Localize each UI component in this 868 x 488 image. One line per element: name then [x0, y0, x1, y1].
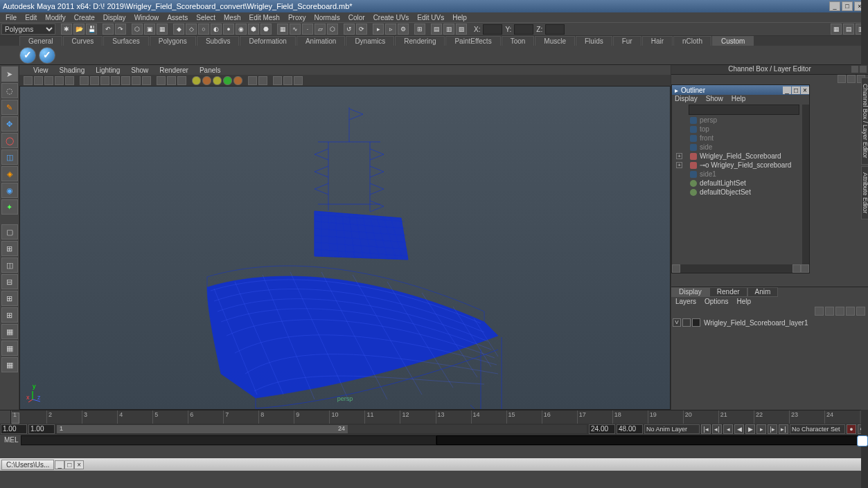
- custom-shelf-button-2[interactable]: [39, 47, 55, 64]
- menu-editmesh[interactable]: Edit Mesh: [245, 14, 283, 21]
- four-pane-icon[interactable]: ⊞: [1, 241, 18, 256]
- three-pane-2-icon[interactable]: ⊞: [1, 307, 18, 323]
- undo-icon[interactable]: ↶: [103, 24, 114, 35]
- panel-tool-icon[interactable]: [273, 76, 282, 85]
- mask-icon-5[interactable]: ●: [223, 24, 234, 35]
- layer-tab-display[interactable]: Display: [671, 287, 709, 297]
- lasso-tool-icon[interactable]: ◌: [1, 83, 18, 98]
- mode-selector[interactable]: Polygons: [1, 24, 55, 35]
- shelf-tab-curves[interactable]: Curves: [63, 36, 103, 46]
- outliner-titlebar[interactable]: ▸ Outliner _ □ ×: [672, 85, 809, 95]
- construction-icon-2[interactable]: ▥: [443, 24, 454, 35]
- shelf-tab-polygons[interactable]: Polygons: [150, 36, 196, 46]
- shelf-tab-muscle[interactable]: Muscle: [535, 36, 575, 46]
- select-object-icon[interactable]: ▣: [144, 24, 155, 35]
- taskbar-restore-icon[interactable]: □: [64, 460, 74, 469]
- shelf-tab-painteffects[interactable]: PaintEffects: [445, 36, 500, 46]
- outliner-minimize-icon[interactable]: _: [783, 87, 791, 94]
- two-pane-h-icon[interactable]: ⊟: [1, 274, 18, 289]
- panel-tool-icon[interactable]: [167, 76, 176, 85]
- taskbar-minimize-icon[interactable]: _: [55, 460, 64, 469]
- history-toggle-icon[interactable]: ⟳: [356, 24, 367, 35]
- tab-channel-box[interactable]: Channel Box / Layer Editor: [861, 78, 868, 165]
- taskbar-item[interactable]: C:\Users\Us...: [1, 460, 54, 470]
- custom-shelf-button-1[interactable]: [19, 47, 36, 64]
- layer-menu-options[interactable]: Options: [705, 298, 728, 305]
- timeline-key-icon[interactable]: [0, 410, 11, 424]
- save-scene-icon[interactable]: 💾: [86, 24, 97, 35]
- outliner-hscroll[interactable]: [672, 264, 809, 273]
- taskbar-close-icon[interactable]: ×: [74, 460, 84, 469]
- layer-tool-icon[interactable]: [815, 307, 824, 316]
- panel-tool-icon[interactable]: [24, 76, 33, 85]
- menu-file[interactable]: File: [1, 14, 21, 21]
- panel-tool-icon[interactable]: [121, 76, 130, 85]
- shelf-tab-surfaces[interactable]: Surfaces: [103, 36, 148, 46]
- panel-tool-icon[interactable]: [100, 76, 109, 85]
- menu-edituvs[interactable]: Edit UVs: [413, 14, 448, 21]
- panel-tool-icon[interactable]: [65, 76, 74, 85]
- panel-tool-icon[interactable]: [90, 76, 99, 85]
- coord-y-input[interactable]: [514, 24, 533, 35]
- layer-visibility-toggle[interactable]: V: [673, 318, 681, 327]
- range-start-inner[interactable]: 1.00: [28, 424, 55, 434]
- outliner-item-top[interactable]: top: [672, 125, 809, 134]
- mask-icon-6[interactable]: ◉: [236, 24, 247, 35]
- panel-tool-icon[interactable]: [142, 76, 151, 85]
- menu-help[interactable]: Help: [448, 14, 471, 21]
- snap-live-icon[interactable]: ⬡: [327, 24, 338, 35]
- channel-tool-icon[interactable]: [838, 75, 846, 83]
- light-icon[interactable]: [202, 76, 211, 85]
- outliner-maximize-icon[interactable]: □: [792, 87, 800, 94]
- panel-tool-icon[interactable]: [34, 76, 43, 85]
- panel-tool-icon[interactable]: [111, 76, 120, 85]
- layer-type-toggle[interactable]: [682, 318, 691, 327]
- move-tool-icon[interactable]: ✥: [1, 116, 18, 132]
- tool-settings-toggle-icon[interactable]: ▤: [843, 24, 854, 35]
- universal-manip-icon[interactable]: ◈: [1, 166, 18, 181]
- input-mode-icon[interactable]: ⊞: [414, 24, 425, 35]
- select-tool-icon[interactable]: ➤: [1, 66, 18, 82]
- minimize-button[interactable]: _: [829, 1, 840, 11]
- menu-modify[interactable]: Modify: [41, 14, 69, 21]
- layout-icon[interactable]: ▦: [1, 324, 18, 339]
- step-back-icon[interactable]: ◂|: [712, 424, 722, 434]
- rotate-tool-icon[interactable]: ◯: [1, 133, 18, 148]
- layer-tool-icon[interactable]: [825, 307, 834, 316]
- coord-z-input[interactable]: [545, 24, 565, 35]
- shelf-tab-rendering[interactable]: Rendering: [395, 36, 445, 46]
- mask-icon[interactable]: ◆: [173, 24, 184, 35]
- outliner-menu-help[interactable]: Help: [732, 95, 746, 104]
- panel-tool-icon[interactable]: [157, 76, 166, 85]
- shelf-tab-dynamics[interactable]: Dynamics: [346, 36, 394, 46]
- shelf-tab-fur[interactable]: Fur: [613, 36, 641, 46]
- single-pane-icon[interactable]: ▢: [1, 224, 18, 240]
- panel-tool-icon[interactable]: [177, 76, 186, 85]
- outliner-menu-display[interactable]: Display: [675, 95, 698, 104]
- ipr-icon[interactable]: ▹: [385, 24, 396, 35]
- panel-tool-icon[interactable]: [80, 76, 89, 85]
- range-end-inner[interactable]: 24.00: [589, 424, 615, 434]
- outliner-close-icon[interactable]: ×: [801, 87, 809, 94]
- render-icon[interactable]: ▸: [373, 24, 384, 35]
- shelf-tab-ncloth[interactable]: nCloth: [673, 36, 711, 46]
- menu-display[interactable]: Display: [99, 14, 130, 21]
- open-scene-icon[interactable]: 📂: [73, 24, 85, 35]
- channel-tool-icon[interactable]: [847, 75, 856, 83]
- snap-plane-icon[interactable]: ▱: [315, 24, 326, 35]
- panel-menu-lighting[interactable]: Lighting: [90, 66, 125, 74]
- tab-attribute-editor[interactable]: Attribute Editor: [861, 166, 868, 220]
- command-input[interactable]: [21, 435, 436, 445]
- outliner-item-side1[interactable]: side1: [672, 170, 809, 179]
- light-icon[interactable]: [192, 76, 201, 85]
- panel-tool-icon[interactable]: [248, 76, 257, 85]
- play-back-icon[interactable]: ◀: [734, 424, 744, 434]
- shelf-tab-subdivs[interactable]: Subdivs: [197, 36, 240, 46]
- outliner-item-objectset[interactable]: defaultObjectSet: [672, 188, 809, 197]
- outliner-item-front[interactable]: front: [672, 134, 809, 143]
- construction-icon[interactable]: ▤: [431, 24, 442, 35]
- menu-create[interactable]: Create: [70, 14, 99, 21]
- mask-icon-3[interactable]: ○: [198, 24, 209, 35]
- menu-window[interactable]: Window: [130, 14, 163, 21]
- soft-mod-icon[interactable]: ◉: [1, 183, 18, 198]
